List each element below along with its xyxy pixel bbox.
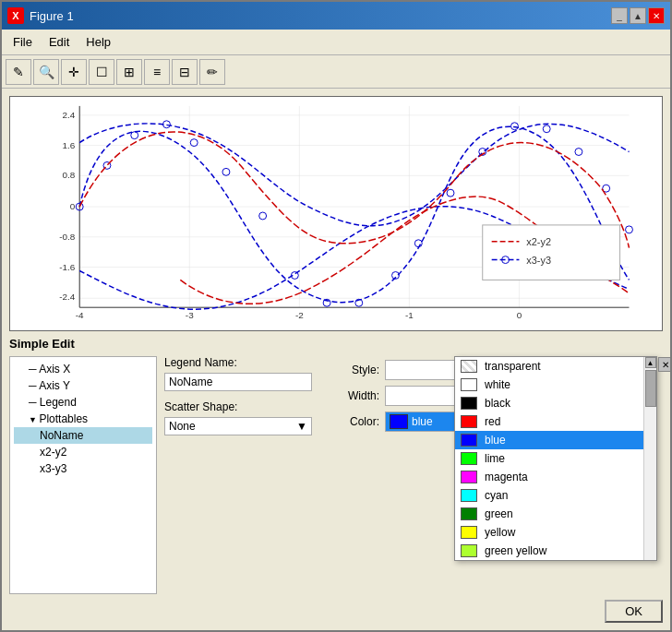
color-option-green[interactable]: green <box>455 505 643 523</box>
panel-title: Simple Edit <box>9 337 663 351</box>
svg-text:0.8: 0.8 <box>62 170 75 180</box>
color-option-red-label: red <box>485 415 500 428</box>
title-controls: _ ▲ ✕ <box>611 7 665 24</box>
scrollbar-thumb[interactable] <box>645 370 656 407</box>
dropdown-list: transparent white black re <box>455 357 643 560</box>
menu-edit[interactable]: Edit <box>42 32 77 52</box>
color-option-blue[interactable]: blue <box>455 431 643 449</box>
color-option-black-label: black <box>485 397 510 410</box>
color-option-cyan[interactable]: cyan <box>455 486 643 505</box>
tree-panel: ─ Axis X ─ Axis Y ─ Legend Plottables No… <box>9 356 157 594</box>
svg-text:-2.4: -2.4 <box>59 292 76 302</box>
svg-rect-46 <box>483 225 620 280</box>
tree-item-axis-x[interactable]: ─ Axis X <box>14 361 152 377</box>
dropdown-scrollbar: ▲ <box>643 357 656 560</box>
color-option-transparent-label: transparent <box>485 360 541 373</box>
scatter-shape-label: Scatter Shape: <box>164 400 312 413</box>
tree-item-plottables[interactable]: Plottables <box>14 411 152 427</box>
color-option-yellow[interactable]: yellow <box>455 523 643 542</box>
color-swatch <box>390 414 408 429</box>
color-option-lime[interactable]: lime <box>455 449 643 468</box>
tree-item-noname[interactable]: NoName <box>14 427 152 444</box>
blue-swatch <box>461 434 477 447</box>
color-option-white[interactable]: white <box>455 376 643 394</box>
yellow-swatch <box>461 526 477 539</box>
color-option-magenta-label: magenta <box>485 471 528 483</box>
plot-area: 2.4 1.6 0.8 0 -0.8 -1.6 -2.4 -4 -3 -2 -1… <box>9 96 663 331</box>
color-option-yellow-label: yellow <box>485 526 515 539</box>
color-option-transparent[interactable]: transparent <box>455 357 643 376</box>
content-area: 2.4 1.6 0.8 0 -0.8 -1.6 -2.4 -4 -3 -2 -1… <box>2 89 670 630</box>
svg-text:-2: -2 <box>295 310 304 320</box>
svg-text:0: 0 <box>70 201 76 211</box>
dropdown-inner: transparent white black re <box>455 357 656 560</box>
maximize-button[interactable]: ▲ <box>630 7 646 24</box>
svg-text:-1: -1 <box>405 310 414 320</box>
plot-svg: 2.4 1.6 0.8 0 -0.8 -1.6 -2.4 -4 -3 -2 -1… <box>10 97 662 330</box>
toolbar-list-btn[interactable]: ≡ <box>144 59 170 85</box>
toolbar-edit-btn[interactable]: ✎ <box>6 59 31 85</box>
width-label: Width: <box>338 389 379 402</box>
color-option-white-label: white <box>485 378 510 391</box>
minimize-button[interactable]: _ <box>611 7 628 24</box>
legend-name-input[interactable] <box>164 373 312 391</box>
toolbar-rect-btn[interactable]: ☐ <box>89 59 114 85</box>
color-option-cyan-label: cyan <box>485 489 508 502</box>
black-swatch <box>461 397 477 410</box>
color-option-greenyellow[interactable]: green yellow <box>455 542 643 560</box>
title-bar-left: X Figure 1 <box>7 7 74 24</box>
scatter-shape-select[interactable]: None ▼ <box>164 417 312 435</box>
svg-text:2.4: 2.4 <box>62 110 75 120</box>
window-title: Figure 1 <box>30 9 74 23</box>
main-window: X Figure 1 _ ▲ ✕ File Edit Help ✎ 🔍 ✛ ☐ … <box>0 0 672 632</box>
svg-text:1.6: 1.6 <box>62 140 75 150</box>
toolbar-minus-btn[interactable]: ⊟ <box>172 59 198 85</box>
red-swatch <box>461 415 477 428</box>
green-swatch <box>461 507 477 520</box>
svg-text:-4: -4 <box>76 310 84 320</box>
toolbar-grid-btn[interactable]: ⊞ <box>116 59 142 85</box>
app-icon: X <box>7 7 24 24</box>
close-button[interactable]: ✕ <box>648 7 665 24</box>
scrollbar-up-btn[interactable]: ▲ <box>645 357 656 368</box>
svg-text:x3-y3: x3-y3 <box>526 255 551 266</box>
menu-file[interactable]: File <box>6 32 40 52</box>
color-value-label: blue <box>412 415 433 428</box>
color-option-green-label: green <box>485 507 513 520</box>
color-dropdown: ✕ transparent white b <box>454 356 657 561</box>
magenta-swatch <box>461 471 477 483</box>
svg-text:x2-y2: x2-y2 <box>526 236 551 247</box>
svg-text:-3: -3 <box>186 310 194 320</box>
menu-help[interactable]: Help <box>78 32 118 52</box>
dropdown-arrow-icon: ▼ <box>296 420 307 433</box>
dropdown-close-btn[interactable]: ✕ <box>658 357 670 372</box>
svg-text:0: 0 <box>517 310 522 320</box>
greenyellow-swatch <box>461 544 477 557</box>
color-option-black[interactable]: black <box>455 394 643 412</box>
style-label: Style: <box>338 364 379 376</box>
legend-name-label: Legend Name: <box>164 356 312 369</box>
svg-text:-0.8: -0.8 <box>59 232 76 242</box>
title-bar: X Figure 1 _ ▲ ✕ <box>2 2 670 30</box>
transparent-swatch <box>461 360 477 373</box>
tree-item-axis-y[interactable]: ─ Axis Y <box>14 377 152 394</box>
color-option-magenta[interactable]: magenta <box>455 468 643 486</box>
tree-item-x3y3[interactable]: x3-y3 <box>14 460 152 477</box>
svg-text:-1.6: -1.6 <box>59 262 76 272</box>
lime-swatch <box>461 452 477 465</box>
white-swatch <box>461 378 477 391</box>
tree-item-x2y2[interactable]: x2-y2 <box>14 444 152 460</box>
toolbar-crosshair-btn[interactable]: ✛ <box>61 59 87 85</box>
color-label: Color: <box>338 415 379 428</box>
color-option-blue-label: blue <box>485 434 506 447</box>
cyan-swatch <box>461 489 477 502</box>
toolbar-pen-btn[interactable]: ✏ <box>199 59 225 85</box>
toolbar-zoom-btn[interactable]: 🔍 <box>33 59 59 85</box>
ok-row: OK <box>9 594 663 625</box>
menu-bar: File Edit Help <box>2 30 670 55</box>
color-option-lime-label: lime <box>485 452 505 465</box>
color-option-red[interactable]: red <box>455 412 643 431</box>
ok-button[interactable]: OK <box>605 600 663 623</box>
svg-rect-0 <box>34 97 639 330</box>
tree-item-legend[interactable]: ─ Legend <box>14 394 152 411</box>
